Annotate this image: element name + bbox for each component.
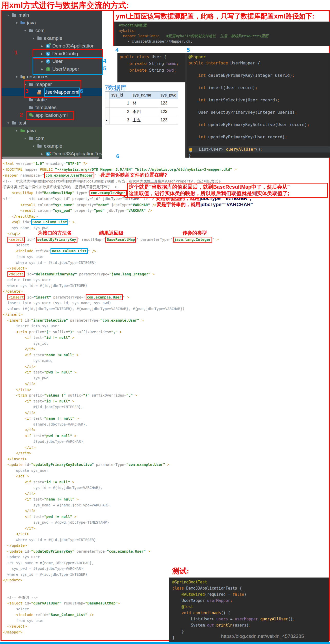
item-label: UserMapper.xml [44, 89, 79, 95]
code-line: int updateByPrimaryKey(User record); [188, 134, 330, 140]
expand-arrow-icon[interactable]: ▶ [39, 152, 45, 155]
expand-arrow-icon[interactable]: ▼ [30, 145, 37, 148]
db-cell[interactable]: 王五 [131, 116, 159, 124]
item-icon: C [45, 43, 51, 49]
expand-arrow-icon[interactable]: ▶ [39, 45, 45, 47]
xml-line: </if> [3, 346, 330, 352]
expand-arrow-icon[interactable]: ▼ [30, 37, 37, 40]
item-label: test [18, 120, 26, 126]
expand-arrow-icon[interactable]: ▼ [13, 22, 20, 24]
code-line [188, 79, 330, 85]
tree-item-usermapper-xml[interactable]: <>UserMapper.xml [2, 88, 102, 96]
xml-line: <update id="updateByPrimaryKey" paramete… [3, 549, 330, 554]
db-header-row: sys_idsys_namesys_pwd [105, 92, 178, 99]
expand-arrow-icon[interactable]: ▼ [13, 75, 20, 78]
item-icon [20, 128, 26, 133]
item-icon [37, 143, 43, 149]
db-cell[interactable]: 2 [110, 108, 131, 116]
xml-line: </if> [3, 525, 330, 531]
db-cell[interactable]: 林 [131, 99, 159, 108]
tree-item-usermapper[interactable]: ▶IUserMapper [2, 65, 102, 73]
db-row[interactable]: 1林123 [105, 99, 178, 108]
intention-bulb-icon[interactable] [189, 148, 192, 151]
expand-arrow-icon[interactable]: ▼ [5, 122, 12, 124]
code-line: void contextLoads() { [172, 610, 329, 616]
tree-item-main[interactable]: ▼main [2, 11, 102, 19]
item-icon: ⚙ [28, 113, 34, 118]
db-row[interactable]: 2李四123 [105, 108, 178, 116]
db-row[interactable]: ▸3王五123 [105, 116, 178, 124]
tree-item-templates[interactable]: templates [2, 104, 102, 111]
db-col-header[interactable]: sys_pwd [159, 92, 178, 99]
item-icon [37, 36, 43, 41]
resultmap-annotation-box: 这个就是"当数据库的值返回后，就到BaseResultMap中了，然后会从" 这… [127, 183, 328, 198]
test-folder-icon [21, 130, 25, 132]
tree-item-application-yml[interactable]: ⚙application.yml [2, 111, 102, 119]
tree-item-example[interactable]: ▼example [2, 142, 102, 150]
expand-arrow-icon[interactable]: ▼ [22, 137, 28, 140]
item-label: resources [27, 74, 48, 80]
tree-item-com[interactable]: ▼com [2, 134, 102, 142]
db-cell[interactable]: 123 [159, 116, 178, 124]
item-label: java [27, 128, 36, 133]
db-cell[interactable]: 123 [159, 108, 178, 116]
code-line: UserMapper userMapper; [172, 598, 329, 604]
code-line [188, 103, 330, 109]
tree-item-com[interactable]: ▼com [2, 27, 102, 34]
code-line [188, 116, 330, 122]
code-line: User selectByPrimaryKey(Integer userId); [188, 109, 330, 116]
expand-arrow-icon[interactable]: ▼ [5, 14, 12, 17]
item-label: Demo33ApplicationTests [52, 151, 102, 157]
code-line: mybatis: [119, 28, 330, 33]
tree-item-example[interactable]: ▼example [2, 34, 102, 42]
tree-item-test[interactable]: ▼test [2, 119, 102, 127]
watermark: https://blog.csdn.net/weixin_45782285 [221, 633, 304, 639]
code-line: private String pwd; [119, 67, 187, 74]
folder-icon [29, 83, 33, 86]
tree-item-java[interactable]: ▼java [2, 19, 102, 27]
package-folder-icon [37, 145, 42, 148]
expand-arrow-icon[interactable]: ▶ [39, 68, 45, 71]
xml-line: </if> [3, 427, 330, 433]
code-line: @Autowired(required = false) [172, 591, 329, 598]
db-gutter-cell [105, 108, 110, 116]
tree-item-mapper[interactable]: ▼mapper [2, 81, 102, 88]
db-cell[interactable]: 3 [110, 116, 131, 124]
xml-line: update sys_user [3, 468, 330, 474]
tree-scrollbar[interactable] [2, 157, 99, 159]
expand-arrow-icon[interactable]: ▶ [39, 60, 45, 63]
db-cell[interactable]: 李四 [131, 108, 159, 116]
item-icon [12, 120, 17, 126]
xml-line: </delete> [3, 289, 330, 294]
item-label: main [18, 12, 29, 18]
db-col-header[interactable]: sys_id [110, 92, 131, 99]
xml-line: <mapper namespace="com.example.UserMappe… [3, 172, 330, 178]
expand-arrow-icon[interactable]: ▼ [22, 83, 28, 86]
code-line: int insertSelective(User record); [188, 97, 330, 103]
interface-icon: I [46, 67, 50, 71]
tree-item-java[interactable]: ▼java [2, 127, 102, 134]
xml-line: <if test="pwd != null" > [3, 369, 330, 375]
item-icon [28, 28, 34, 33]
xml-line: </if> [3, 410, 330, 416]
db-cell[interactable]: 1 [110, 99, 131, 108]
xml-line: <insert id="insertSelective" parameterTy… [3, 318, 330, 323]
xml-line: </set> [3, 531, 330, 537]
tree-item-resources[interactable]: ▼resources [2, 73, 102, 81]
tree-item-static[interactable]: static [2, 96, 102, 104]
db-col-header[interactable]: sys_name [131, 92, 159, 99]
expand-arrow-icon[interactable]: ▼ [22, 29, 28, 32]
folder-icon [12, 14, 16, 17]
package-folder-icon [29, 137, 33, 140]
xml-line: <if test="name != null" > [3, 496, 330, 502]
tree-item-demo33application[interactable]: ▶CDemo33Application [2, 42, 102, 50]
class-icon: C [46, 59, 50, 64]
db-cell[interactable]: 123 [159, 99, 178, 108]
xml-line: </trim> [3, 387, 330, 393]
expand-arrow-icon[interactable]: ▶ [39, 52, 45, 55]
expand-arrow-icon[interactable]: ▼ [13, 129, 20, 132]
xml-line: <trim prefix="(" suffix=")" suffixOverri… [3, 329, 330, 335]
tree-item-user[interactable]: ▶CUser [2, 57, 102, 65]
item-label: example [44, 35, 62, 41]
code-line: @SpringBootTest [172, 579, 329, 585]
